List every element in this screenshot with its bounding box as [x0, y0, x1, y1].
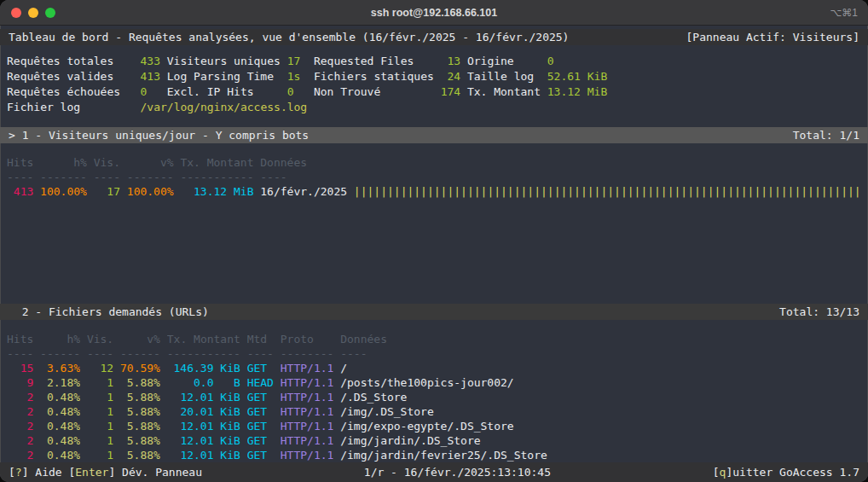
header-rule-segment: ----: [340, 346, 861, 361]
cell-hits_pct: 0.48%: [40, 433, 80, 448]
cell-hits: 2: [7, 448, 33, 462]
table-spacer: [7, 320, 861, 332]
column-header: Données: [340, 332, 861, 346]
titlebar[interactable]: ssh root@192.168.66.101 ⌥⌘1: [0, 0, 868, 26]
panel-1-title: > 1 - Visiteurs uniques/jour - Y compris…: [9, 127, 309, 143]
cell-hits: 2: [7, 404, 33, 419]
table-header-rule: -------------------------------------: [7, 170, 861, 184]
stat-value: 0: [547, 54, 868, 69]
panel-1-total: Total: 1/1: [793, 127, 859, 143]
header-rule-segment: -------: [40, 170, 87, 184]
terminal-window[interactable]: ssh root@192.168.66.101 ⌥⌘1 Tableau de b…: [0, 0, 868, 482]
cell-hits_pct: 0.48%: [40, 390, 80, 404]
cell-hits_pct: 100.00%: [40, 184, 87, 199]
stat-value: 0: [141, 84, 160, 100]
cell-proto: HTTP/1.1: [281, 404, 334, 419]
cell-size: 146.39 KiB: [167, 361, 240, 375]
table-row: 20.48%15.88%12.01 KiBGETHTTP/1.1/.DS_Sto…: [7, 390, 861, 404]
cell-proto: HTTP/1.1: [281, 375, 334, 390]
footer-text: [: [9, 466, 15, 479]
column-header: Données: [260, 155, 347, 170]
stat-label: Taille log: [467, 69, 541, 84]
cell-method: GET: [247, 361, 274, 375]
table-row: 92.18%15.88%0.0 BHEADHTTP/1.1/posts/the1…: [7, 375, 861, 390]
stat-label: Excl. IP Hits: [167, 84, 281, 100]
cell-visitors_pct: 5.88%: [120, 419, 160, 433]
stat-value: 174: [441, 84, 460, 100]
cell-data: /img/expo-egypte/.DS_Store: [340, 419, 861, 433]
column-header: Hits: [7, 332, 33, 346]
stat-value: 52.61 KiB: [547, 69, 868, 84]
cell-data: 16/févr./2025: [260, 184, 347, 199]
cell-hits: 2: [7, 419, 33, 433]
stat-label: Requêtes valides: [7, 69, 134, 84]
stat-value: 1s: [287, 69, 307, 84]
cell-visitors: 1: [87, 419, 113, 433]
cell-method: HEAD: [247, 375, 274, 390]
cell-proto: HTTP/1.1: [281, 448, 334, 462]
cell-visitors_pct: 5.88%: [120, 375, 160, 390]
cell-data: /img/.DS_Store: [340, 404, 861, 419]
cell-size: 20.01 KiB: [167, 404, 240, 419]
hits-bar: ||||||||||||||||||||||||||||||||||||||||…: [354, 184, 861, 199]
log-file-path: /var/log/nginx/access.log: [141, 100, 868, 115]
stat-label: Tx. Montant: [467, 84, 541, 100]
stat-label: Requested Files: [314, 54, 434, 69]
stat-label: Requêtes échouées: [7, 84, 134, 100]
cell-visitors: 1: [87, 433, 113, 448]
table-column-headers: Hitsh%Vis.v%Tx. MontantDonnées: [7, 155, 861, 170]
table-row: 20.48%15.88%20.01 KiBGETHTTP/1.1/img/.DS…: [7, 404, 861, 419]
cell-visitors_pct: 5.88%: [120, 448, 160, 462]
column-header: Vis.: [87, 332, 113, 346]
cell-size: 12.01 KiB: [167, 390, 240, 404]
cell-size: 0.0 B: [167, 375, 240, 390]
stat-label: Fichier log: [7, 100, 134, 115]
stat-label: Log Parsing Time: [167, 69, 281, 84]
stat-value: 13: [441, 54, 460, 69]
stat-label: Fichiers statiques: [314, 69, 434, 84]
panel-2-title: 2 - Fichiers demandés (URLs): [9, 304, 209, 320]
close-button[interactable]: [11, 8, 21, 18]
stat-value: 24: [441, 69, 460, 84]
goaccess-dashboard[interactable]: Tableau de bord - Requêtes analysées, vu…: [0, 26, 868, 482]
header-rule-segment: ----: [7, 170, 33, 184]
empty-area: [0, 199, 868, 304]
stat-value: 413: [141, 69, 160, 84]
dashboard-header-bar: Tableau de bord - Requêtes analysées, vu…: [0, 29, 868, 45]
cell-hits: 2: [7, 390, 33, 404]
hotkey: ?: [15, 466, 22, 479]
cell-hits: 413: [7, 184, 33, 199]
active-panel-indicator: [Panneau Actif: Visiteurs]: [686, 29, 860, 45]
panel-1-header[interactable]: > 1 - Visiteurs uniques/jour - Y compris…: [0, 127, 868, 143]
table-column-headers: Hitsh%Vis.v%Tx. MontantMtdProtoDonnées: [7, 332, 861, 346]
cell-data: /.DS_Store: [340, 390, 861, 404]
panel-2-table: Hitsh%Vis.v%Tx. MontantMtdProtoDonnées--…: [0, 320, 868, 462]
table-row: 20.48%15.88%12.01 KiBGETHTTP/1.1/img/exp…: [7, 419, 861, 433]
minimize-button[interactable]: [28, 8, 38, 18]
stat-label: Origine: [467, 54, 541, 69]
cell-data: /img/jardin/.DS_Store: [340, 433, 861, 448]
cell-method: GET: [247, 390, 274, 404]
cell-hits_pct: 0.48%: [40, 448, 80, 462]
stat-label: Non Trouvé: [314, 84, 434, 100]
table-row: 20.48%15.88%12.01 KiBGETHTTP/1.1/img/jar…: [7, 433, 861, 448]
panel-2-total: Total: 13/13: [779, 304, 859, 320]
cell-size: 12.01 KiB: [167, 433, 240, 448]
cell-proto: HTTP/1.1: [281, 419, 334, 433]
panel-2-header[interactable]: 2 - Fichiers demandés (URLs) Total: 13/1…: [0, 304, 868, 320]
window-shortcut-badge: ⌥⌘1: [830, 7, 858, 19]
footer-text: ]uitter GoAccess 1.7: [726, 466, 859, 479]
cell-hits: 9: [7, 375, 33, 390]
cell-visitors_pct: 5.88%: [120, 433, 160, 448]
cell-hits: 15: [7, 361, 33, 375]
zoom-button[interactable]: [45, 8, 55, 18]
panel-1-table: Hitsh%Vis.v%Tx. MontantDonnées----------…: [0, 143, 868, 199]
cell-hits_pct: 0.48%: [40, 404, 80, 419]
cell-data: /posts/the100pics-jour002/: [340, 375, 861, 390]
stat-value: 0: [287, 84, 307, 100]
footer-quit-version: [q]uitter GoAccess 1.7: [713, 462, 859, 482]
stats-line: Requêtes valides413Log Parsing Time1sFic…: [7, 69, 868, 84]
cell-visitors: 12: [87, 361, 113, 375]
cell-visitors: 1: [87, 448, 113, 462]
overall-statistics: Requêtes totales433Visiteurs uniques17Re…: [0, 45, 868, 115]
